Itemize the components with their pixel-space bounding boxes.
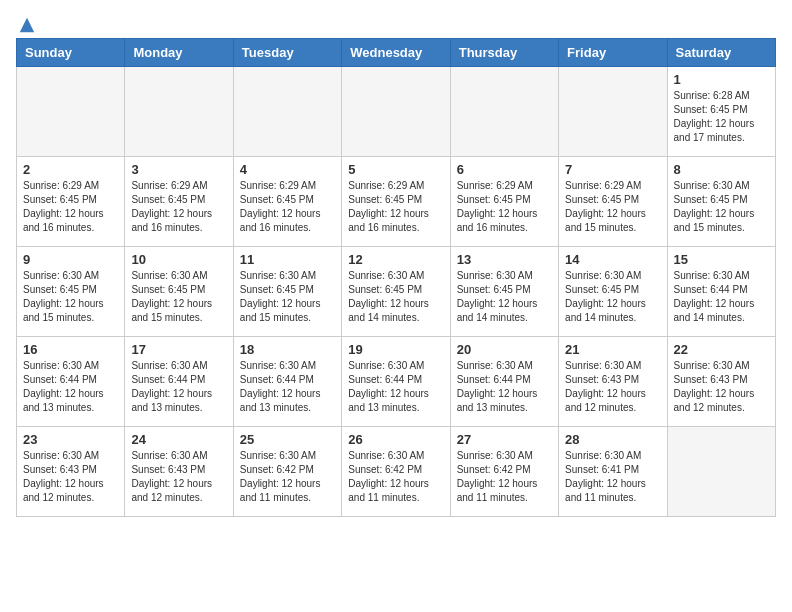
day-info: Sunrise: 6:29 AM Sunset: 6:45 PM Dayligh… (348, 179, 443, 235)
day-number: 19 (348, 342, 443, 357)
calendar-cell: 3Sunrise: 6:29 AM Sunset: 6:45 PM Daylig… (125, 157, 233, 247)
day-number: 18 (240, 342, 335, 357)
day-info: Sunrise: 6:30 AM Sunset: 6:41 PM Dayligh… (565, 449, 660, 505)
day-number: 24 (131, 432, 226, 447)
day-number: 20 (457, 342, 552, 357)
calendar-cell: 9Sunrise: 6:30 AM Sunset: 6:45 PM Daylig… (17, 247, 125, 337)
calendar-cell (125, 67, 233, 157)
calendar-cell: 22Sunrise: 6:30 AM Sunset: 6:43 PM Dayli… (667, 337, 775, 427)
calendar-cell: 12Sunrise: 6:30 AM Sunset: 6:45 PM Dayli… (342, 247, 450, 337)
calendar-week-row: 1Sunrise: 6:28 AM Sunset: 6:45 PM Daylig… (17, 67, 776, 157)
day-number: 4 (240, 162, 335, 177)
day-info: Sunrise: 6:30 AM Sunset: 6:44 PM Dayligh… (457, 359, 552, 415)
logo-icon (18, 16, 36, 34)
day-info: Sunrise: 6:30 AM Sunset: 6:42 PM Dayligh… (457, 449, 552, 505)
day-number: 10 (131, 252, 226, 267)
calendar-cell: 19Sunrise: 6:30 AM Sunset: 6:44 PM Dayli… (342, 337, 450, 427)
calendar-week-row: 16Sunrise: 6:30 AM Sunset: 6:44 PM Dayli… (17, 337, 776, 427)
day-info: Sunrise: 6:30 AM Sunset: 6:45 PM Dayligh… (565, 269, 660, 325)
day-number: 8 (674, 162, 769, 177)
calendar-cell: 20Sunrise: 6:30 AM Sunset: 6:44 PM Dayli… (450, 337, 558, 427)
day-number: 1 (674, 72, 769, 87)
calendar-cell: 26Sunrise: 6:30 AM Sunset: 6:42 PM Dayli… (342, 427, 450, 517)
day-info: Sunrise: 6:30 AM Sunset: 6:43 PM Dayligh… (674, 359, 769, 415)
calendar-cell: 13Sunrise: 6:30 AM Sunset: 6:45 PM Dayli… (450, 247, 558, 337)
day-info: Sunrise: 6:30 AM Sunset: 6:44 PM Dayligh… (131, 359, 226, 415)
calendar-cell: 11Sunrise: 6:30 AM Sunset: 6:45 PM Dayli… (233, 247, 341, 337)
calendar-cell (450, 67, 558, 157)
calendar-cell: 8Sunrise: 6:30 AM Sunset: 6:45 PM Daylig… (667, 157, 775, 247)
calendar-cell: 1Sunrise: 6:28 AM Sunset: 6:45 PM Daylig… (667, 67, 775, 157)
header (16, 16, 776, 30)
day-info: Sunrise: 6:29 AM Sunset: 6:45 PM Dayligh… (131, 179, 226, 235)
day-info: Sunrise: 6:30 AM Sunset: 6:45 PM Dayligh… (23, 269, 118, 325)
day-number: 5 (348, 162, 443, 177)
day-info: Sunrise: 6:30 AM Sunset: 6:45 PM Dayligh… (240, 269, 335, 325)
day-number: 17 (131, 342, 226, 357)
calendar-header-sunday: Sunday (17, 39, 125, 67)
day-info: Sunrise: 6:30 AM Sunset: 6:44 PM Dayligh… (348, 359, 443, 415)
calendar-cell: 28Sunrise: 6:30 AM Sunset: 6:41 PM Dayli… (559, 427, 667, 517)
calendar-week-row: 2Sunrise: 6:29 AM Sunset: 6:45 PM Daylig… (17, 157, 776, 247)
day-number: 7 (565, 162, 660, 177)
calendar-cell: 5Sunrise: 6:29 AM Sunset: 6:45 PM Daylig… (342, 157, 450, 247)
day-number: 23 (23, 432, 118, 447)
calendar-cell: 6Sunrise: 6:29 AM Sunset: 6:45 PM Daylig… (450, 157, 558, 247)
day-info: Sunrise: 6:30 AM Sunset: 6:44 PM Dayligh… (240, 359, 335, 415)
day-number: 12 (348, 252, 443, 267)
calendar-cell: 18Sunrise: 6:30 AM Sunset: 6:44 PM Dayli… (233, 337, 341, 427)
calendar-header-wednesday: Wednesday (342, 39, 450, 67)
day-number: 26 (348, 432, 443, 447)
day-number: 6 (457, 162, 552, 177)
day-number: 2 (23, 162, 118, 177)
calendar-header-thursday: Thursday (450, 39, 558, 67)
day-info: Sunrise: 6:28 AM Sunset: 6:45 PM Dayligh… (674, 89, 769, 145)
day-info: Sunrise: 6:30 AM Sunset: 6:43 PM Dayligh… (565, 359, 660, 415)
calendar-header-tuesday: Tuesday (233, 39, 341, 67)
day-number: 27 (457, 432, 552, 447)
calendar-cell: 27Sunrise: 6:30 AM Sunset: 6:42 PM Dayli… (450, 427, 558, 517)
calendar-header-row: SundayMondayTuesdayWednesdayThursdayFrid… (17, 39, 776, 67)
day-number: 25 (240, 432, 335, 447)
calendar-cell (17, 67, 125, 157)
calendar-cell (342, 67, 450, 157)
calendar-cell: 16Sunrise: 6:30 AM Sunset: 6:44 PM Dayli… (17, 337, 125, 427)
day-number: 28 (565, 432, 660, 447)
day-info: Sunrise: 6:30 AM Sunset: 6:43 PM Dayligh… (131, 449, 226, 505)
day-info: Sunrise: 6:29 AM Sunset: 6:45 PM Dayligh… (565, 179, 660, 235)
day-number: 21 (565, 342, 660, 357)
day-info: Sunrise: 6:30 AM Sunset: 6:42 PM Dayligh… (240, 449, 335, 505)
svg-marker-0 (20, 18, 34, 32)
calendar-week-row: 23Sunrise: 6:30 AM Sunset: 6:43 PM Dayli… (17, 427, 776, 517)
calendar-table: SundayMondayTuesdayWednesdayThursdayFrid… (16, 38, 776, 517)
day-info: Sunrise: 6:30 AM Sunset: 6:44 PM Dayligh… (23, 359, 118, 415)
day-number: 9 (23, 252, 118, 267)
calendar-cell (233, 67, 341, 157)
calendar-cell: 15Sunrise: 6:30 AM Sunset: 6:44 PM Dayli… (667, 247, 775, 337)
calendar-cell: 17Sunrise: 6:30 AM Sunset: 6:44 PM Dayli… (125, 337, 233, 427)
calendar-cell (559, 67, 667, 157)
calendar-header-saturday: Saturday (667, 39, 775, 67)
calendar-cell: 24Sunrise: 6:30 AM Sunset: 6:43 PM Dayli… (125, 427, 233, 517)
day-number: 15 (674, 252, 769, 267)
day-info: Sunrise: 6:30 AM Sunset: 6:45 PM Dayligh… (457, 269, 552, 325)
calendar-cell: 7Sunrise: 6:29 AM Sunset: 6:45 PM Daylig… (559, 157, 667, 247)
day-info: Sunrise: 6:30 AM Sunset: 6:45 PM Dayligh… (674, 179, 769, 235)
calendar-cell: 14Sunrise: 6:30 AM Sunset: 6:45 PM Dayli… (559, 247, 667, 337)
day-number: 14 (565, 252, 660, 267)
day-info: Sunrise: 6:29 AM Sunset: 6:45 PM Dayligh… (240, 179, 335, 235)
day-info: Sunrise: 6:30 AM Sunset: 6:45 PM Dayligh… (348, 269, 443, 325)
day-number: 22 (674, 342, 769, 357)
day-info: Sunrise: 6:30 AM Sunset: 6:43 PM Dayligh… (23, 449, 118, 505)
calendar-cell: 2Sunrise: 6:29 AM Sunset: 6:45 PM Daylig… (17, 157, 125, 247)
calendar-cell: 10Sunrise: 6:30 AM Sunset: 6:45 PM Dayli… (125, 247, 233, 337)
day-number: 13 (457, 252, 552, 267)
day-number: 11 (240, 252, 335, 267)
calendar-cell: 21Sunrise: 6:30 AM Sunset: 6:43 PM Dayli… (559, 337, 667, 427)
calendar-cell: 23Sunrise: 6:30 AM Sunset: 6:43 PM Dayli… (17, 427, 125, 517)
day-info: Sunrise: 6:29 AM Sunset: 6:45 PM Dayligh… (23, 179, 118, 235)
calendar-header-friday: Friday (559, 39, 667, 67)
day-info: Sunrise: 6:30 AM Sunset: 6:45 PM Dayligh… (131, 269, 226, 325)
day-number: 16 (23, 342, 118, 357)
calendar-cell (667, 427, 775, 517)
